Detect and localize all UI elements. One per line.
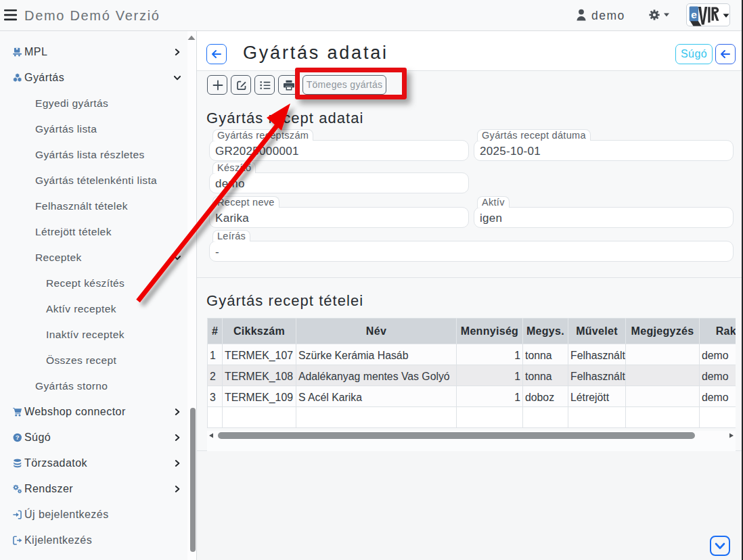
svg-text:e: e xyxy=(691,9,697,20)
svg-text:?: ? xyxy=(16,434,20,441)
